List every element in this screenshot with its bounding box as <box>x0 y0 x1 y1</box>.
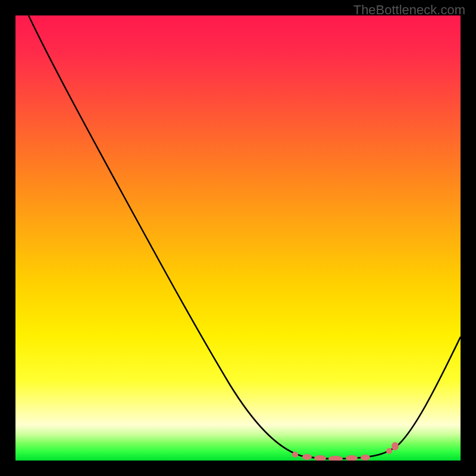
svg-point-0 <box>292 452 298 458</box>
svg-point-6 <box>386 448 392 454</box>
curve-path <box>29 15 461 459</box>
svg-point-1 <box>302 454 312 460</box>
svg-point-2 <box>314 455 326 461</box>
watermark-text: TheBottleneck.com <box>353 2 465 18</box>
svg-point-7 <box>392 442 399 450</box>
svg-point-4 <box>346 455 358 461</box>
svg-point-5 <box>361 455 370 461</box>
flat-region-markers <box>292 442 399 461</box>
svg-point-3 <box>328 456 343 461</box>
bottleneck-chart <box>15 15 461 461</box>
